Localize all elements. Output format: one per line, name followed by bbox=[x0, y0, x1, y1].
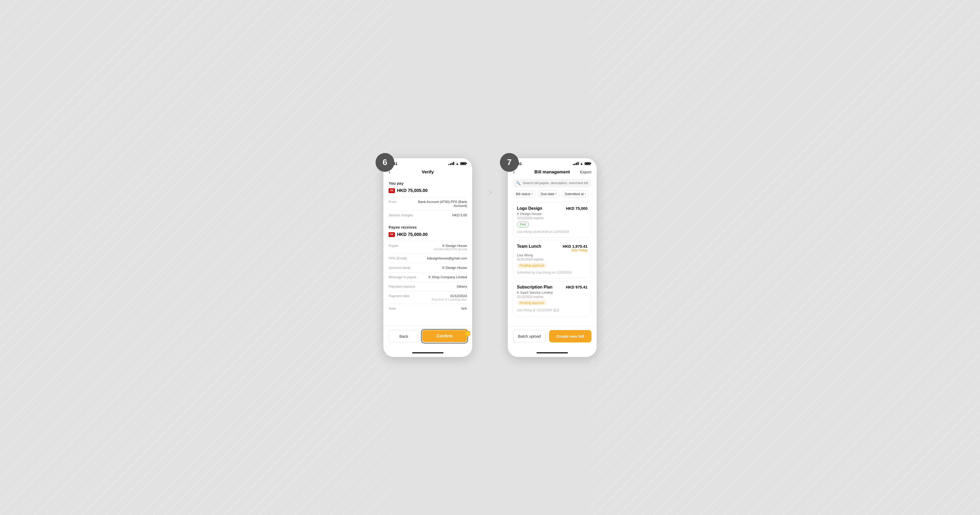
nav-bar-7: ‹ Bill management Export bbox=[508, 167, 597, 177]
status-icons-6: ▲ bbox=[449, 162, 466, 166]
payee-detail-row-0: Payee K Design House HKSAR·HKD·FPS (Emai… bbox=[388, 241, 467, 254]
bill-payee-0: K Design House bbox=[517, 212, 587, 216]
service-label: Service charges bbox=[388, 213, 417, 217]
bill-card-header-2: Subscription Plan HKD 975.41 bbox=[517, 285, 587, 290]
payee-label-3: Message to payee bbox=[388, 275, 417, 279]
payee-detail-row-3: Message to payee K Shop Company Limited bbox=[388, 272, 467, 282]
service-value: HKD 5.00 bbox=[452, 213, 467, 217]
step-badge-6: 6 bbox=[375, 153, 395, 172]
bill-card-logo-design[interactable]: Logo Design HKD 75,000 K Design House 12… bbox=[513, 202, 592, 238]
payee-sub-0: HKSAR·HKD·FPS (Email) bbox=[434, 248, 467, 251]
bill-expires-0: 12/12/2024 expires bbox=[517, 216, 587, 220]
hkd-flag-payee: HK bbox=[388, 232, 395, 237]
payee-label-5: Payment date bbox=[388, 294, 417, 298]
bill-name-1: Team Lunch bbox=[517, 244, 541, 249]
battery-icon-6 bbox=[460, 162, 466, 165]
payee-value-4: Others bbox=[457, 285, 467, 289]
payee-amount-row: HK HKD 75,000.00 bbox=[388, 232, 467, 237]
home-indicator-6 bbox=[412, 352, 444, 353]
bill-badge-pending-1: Pending approval bbox=[517, 263, 546, 268]
payee-detail-row-1: FPS (Email) kdesignhouse@gmail.com bbox=[388, 254, 467, 263]
you-pay-label: You pay bbox=[388, 181, 467, 185]
bill-payee-1: Lisa Wong bbox=[517, 253, 587, 257]
filter-submitted-at[interactable]: Submitted at ▾ bbox=[562, 190, 589, 198]
bill-footer-1: Submitted by Lisa Wong on 12/09/2024 bbox=[517, 271, 587, 274]
filter-bill-status-label: Bill status bbox=[516, 192, 530, 196]
bill-amount-2: HKD 975.41 bbox=[566, 285, 587, 289]
action-buttons-7: Batch upload Create new bill bbox=[508, 326, 597, 350]
hkd-flag-pay: HK bbox=[388, 188, 395, 193]
payee-label-4: Payment reasons bbox=[388, 285, 417, 289]
chevron-bill-status-icon: ▾ bbox=[531, 193, 533, 195]
service-charge-row: Service charges HKD 5.00 bbox=[388, 210, 467, 220]
battery-icon-7 bbox=[585, 162, 590, 165]
bill-card-subscription[interactable]: Subscription Plan HKD 975.41 K SaaS Serv… bbox=[513, 281, 592, 316]
search-bar[interactable]: 🔍 bbox=[513, 179, 592, 187]
filter-submitted-at-label: Submitted at bbox=[565, 192, 584, 196]
payee-detail-row-4: Payment reasons Others bbox=[388, 282, 467, 291]
arrow-between: › bbox=[488, 158, 492, 199]
bottom-buttons-6: Back Confirm 👆 bbox=[383, 326, 472, 350]
cursor-icon: 👆 bbox=[462, 327, 472, 337]
filter-bill-status[interactable]: Bill status ▾ bbox=[513, 190, 536, 198]
verify-content: You pay HK HKD 75,005.00 From Bank Accou… bbox=[383, 177, 472, 326]
payee-label-6: Note bbox=[388, 306, 417, 311]
phone-7: 9:41 ▲ ‹ Bill management bbox=[508, 158, 597, 357]
chevron-submitted-at-icon: ▾ bbox=[585, 193, 586, 195]
from-row: From Bank Account (4730)·FPS (Bank Accou… bbox=[388, 197, 467, 210]
bill-management-content: 🔍 Bill status ▾ Due date ▾ Submitted at bbox=[508, 177, 597, 326]
phone-7-wrapper: 7 9:41 ▲ bbox=[508, 158, 597, 357]
export-button[interactable]: Export bbox=[580, 170, 592, 174]
bill-footer-2: Lisa Wong 於 12/12/2024 提交 bbox=[517, 308, 587, 313]
page-title-7: Bill management bbox=[535, 169, 570, 175]
status-icons-7: ▲ bbox=[573, 162, 590, 166]
payee-value-5: 31/12/2024 bbox=[431, 294, 467, 298]
wifi-icon-7: ▲ bbox=[580, 162, 583, 166]
payee-value-1: kdesignhouse@gmail.com bbox=[427, 256, 467, 260]
bill-badge-paid-0: Paid bbox=[517, 222, 529, 227]
payee-value-0: K Design House bbox=[434, 244, 467, 248]
bill-badge-pending-2: Pending approval bbox=[517, 300, 546, 306]
filter-extra[interactable]: A bbox=[591, 190, 592, 198]
signal-icon-7 bbox=[573, 162, 579, 165]
bill-expires-2: 31/12/2024 expires bbox=[517, 295, 587, 299]
bill-name-2: Subscription Plan bbox=[517, 285, 552, 290]
phone-6-wrapper: 6 9:41 ▲ bbox=[383, 158, 472, 357]
filter-due-date[interactable]: Due date ▾ bbox=[538, 190, 560, 198]
chevron-due-date-icon: ▾ bbox=[555, 193, 557, 195]
create-new-bill-button[interactable]: Create new bill bbox=[549, 330, 592, 342]
phone-6: 9:41 ▲ ‹ Verify bbox=[383, 158, 472, 357]
home-indicator-7 bbox=[536, 352, 568, 353]
back-button[interactable]: Back bbox=[388, 330, 419, 342]
payee-label-0: Payee bbox=[388, 244, 417, 248]
bill-name-0: Logo Design bbox=[517, 206, 542, 211]
payee-detail-row-2: Account name K Design House bbox=[388, 263, 467, 272]
wifi-icon-6: ▲ bbox=[455, 162, 459, 166]
bill-card-team-lunch[interactable]: Team Lunch HKD 1,975.41 Due Today Lisa W… bbox=[513, 240, 592, 278]
step-badge-7: 7 bbox=[500, 153, 519, 172]
confirm-button-wrapper: Confirm 👆 bbox=[422, 330, 467, 342]
bill-card-header-0: Logo Design HKD 75,000 bbox=[517, 206, 587, 211]
bill-amount-1: HKD 1,975.41 bbox=[563, 244, 587, 249]
filter-row: Bill status ▾ Due date ▾ Submitted at ▾ … bbox=[513, 190, 592, 199]
payee-detail-row-5: Payment date 31/12/2024 Time limit: 0-1 … bbox=[388, 291, 467, 304]
payee-label-1: FPS (Email) bbox=[388, 256, 417, 260]
payee-amount: HKD 75,000.00 bbox=[397, 232, 428, 237]
confirm-button[interactable]: Confirm bbox=[422, 330, 467, 342]
signal-icon-6 bbox=[449, 162, 454, 165]
status-bar-7: 9:41 ▲ bbox=[508, 158, 597, 167]
bill-card-header-1: Team Lunch HKD 1,975.41 Due Today bbox=[517, 244, 587, 252]
due-today-label: Due Today bbox=[572, 249, 587, 252]
status-bar-6: 9:41 ▲ bbox=[383, 158, 472, 167]
filter-due-date-label: Due date bbox=[541, 192, 555, 196]
payee-receives-label: Payee receives bbox=[388, 225, 467, 230]
search-input[interactable] bbox=[523, 181, 588, 185]
batch-upload-button[interactable]: Batch upload bbox=[513, 330, 546, 342]
search-icon: 🔍 bbox=[516, 181, 520, 185]
from-value: Bank Account (4730)·FPS (Bank Account) bbox=[417, 200, 467, 208]
payee-value-6: N/A bbox=[461, 306, 467, 311]
payee-sub-5: Time limit: 0-1 working days bbox=[431, 298, 467, 301]
payee-value-2: K Design House bbox=[442, 266, 467, 269]
payee-value-3: K Shop Company Limited bbox=[429, 275, 467, 279]
pay-amount: HKD 75,005.00 bbox=[397, 188, 428, 193]
